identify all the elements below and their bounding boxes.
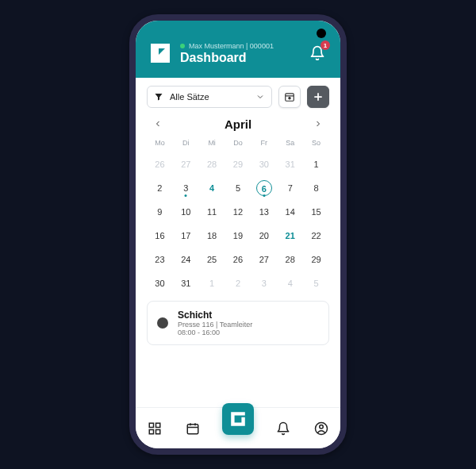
calendar-day[interactable]: 6	[251, 179, 277, 198]
app-header: Max Mustermann | 000001 Dashboard 1	[136, 21, 340, 78]
user-status-line: Max Mustermann | 000001	[180, 42, 307, 50]
nav-home-button[interactable]	[222, 403, 254, 435]
app-logo	[148, 41, 172, 65]
grid-icon	[148, 421, 162, 436]
calendar-day[interactable]: 3	[173, 179, 199, 198]
calendar-day[interactable]: 18	[199, 226, 225, 245]
app-logo-icon	[229, 410, 247, 428]
nav-alerts-button[interactable]	[274, 420, 292, 437]
calendar-day[interactable]: 4	[277, 274, 303, 293]
calendar-day[interactable]: 10	[173, 202, 199, 221]
calendar-dow: Do	[225, 136, 251, 150]
calendar-dow: Di	[173, 136, 199, 150]
calendar-day[interactable]: 28	[199, 155, 225, 174]
calendar-day[interactable]: 9	[147, 202, 173, 221]
calendar-day[interactable]: 25	[199, 250, 225, 269]
event-color-dot-icon	[157, 317, 168, 329]
calendar-day[interactable]: 29	[225, 155, 251, 174]
today-button[interactable]	[278, 86, 301, 108]
svg-rect-7	[156, 423, 160, 427]
calendar-day[interactable]: 5	[303, 274, 329, 293]
calendar-day[interactable]: 20	[251, 226, 277, 245]
event-title: Schicht	[178, 309, 252, 321]
calendar-day[interactable]: 7	[277, 179, 303, 198]
calendar-day[interactable]: 14	[277, 202, 303, 221]
calendar-day[interactable]: 30	[251, 155, 277, 174]
calendar-dow: Mo	[147, 136, 173, 150]
calendar-dow: Fr	[251, 136, 277, 150]
add-button[interactable]	[307, 86, 329, 108]
user-circle-icon	[314, 421, 328, 436]
calendar-day[interactable]: 2	[225, 274, 251, 293]
calendar-dow: Sa	[277, 136, 303, 150]
calendar-day[interactable]: 5	[225, 179, 251, 198]
nav-dashboard-button[interactable]	[146, 420, 163, 437]
calendar-day[interactable]: 28	[277, 250, 303, 269]
svg-rect-9	[156, 429, 160, 433]
svg-point-3	[289, 98, 290, 99]
status-dot-icon	[180, 44, 185, 48]
chevron-down-icon	[255, 92, 265, 102]
calendar-day[interactable]: 8	[303, 179, 329, 198]
chevron-right-icon	[313, 119, 323, 129]
page-title: Dashboard	[180, 51, 307, 65]
calendar-day[interactable]: 31	[173, 274, 199, 293]
calendar-day[interactable]: 16	[147, 226, 173, 245]
user-label: Max Mustermann | 000001	[189, 42, 274, 50]
calendar-day[interactable]: 26	[225, 250, 251, 269]
camera-cutout	[317, 29, 326, 38]
calendar-day[interactable]: 1	[303, 155, 329, 174]
calendar-day[interactable]: 15	[303, 202, 329, 221]
calendar-day[interactable]: 2	[147, 179, 173, 198]
svg-rect-10	[187, 424, 198, 433]
calendar-day[interactable]: 27	[251, 250, 277, 269]
calendar-day[interactable]: 23	[147, 250, 173, 269]
svg-point-15	[320, 425, 324, 429]
plus-icon	[313, 91, 324, 102]
calendar-today-icon	[284, 91, 295, 102]
svg-rect-8	[149, 429, 153, 433]
calendar-day[interactable]: 29	[303, 250, 329, 269]
notifications-button[interactable]: 1	[307, 43, 328, 63]
calendar-day[interactable]: 3	[251, 274, 277, 293]
calendar-day[interactable]: 13	[251, 202, 277, 221]
toolbar: Alle Sätze	[136, 78, 340, 108]
prev-month-button[interactable]	[150, 118, 166, 131]
next-month-button[interactable]	[310, 118, 326, 131]
chevron-left-icon	[153, 119, 163, 129]
event-subtitle: Presse 116 | Teamleiter	[178, 321, 252, 329]
calendar-day[interactable]: 26	[147, 155, 173, 174]
calendar-icon	[186, 421, 200, 436]
filter-label: Alle Sätze	[170, 92, 209, 102]
event-time: 08:00 - 16:00	[178, 329, 252, 336]
calendar-day[interactable]: 22	[303, 226, 329, 245]
nav-profile-button[interactable]	[313, 420, 330, 437]
calendar-dow: So	[303, 136, 329, 150]
funnel-icon	[154, 92, 163, 102]
event-card[interactable]: Schicht Presse 116 | Teamleiter 08:00 - …	[147, 301, 329, 345]
calendar-day[interactable]: 24	[173, 250, 199, 269]
phone-frame: Max Mustermann | 000001 Dashboard 1 Alle…	[129, 14, 347, 455]
calendar-day[interactable]: 1	[199, 274, 225, 293]
calendar-day[interactable]: 30	[147, 274, 173, 293]
bell-outline-icon	[276, 421, 290, 436]
calendar-grid: MoDiMiDoFrSaSo26272829303112345678910111…	[147, 136, 329, 293]
filter-dropdown[interactable]: Alle Sätze	[147, 86, 272, 108]
bottom-nav	[136, 407, 340, 448]
calendar: April MoDiMiDoFrSaSo26272829303112345678…	[136, 108, 340, 293]
calendar-dow: Mi	[199, 136, 225, 150]
calendar-day[interactable]: 21	[277, 226, 303, 245]
notification-badge: 1	[321, 40, 330, 50]
calendar-month-label: April	[225, 117, 251, 131]
svg-rect-6	[149, 423, 153, 427]
nav-calendar-button[interactable]	[184, 420, 202, 437]
calendar-day[interactable]: 4	[199, 179, 225, 198]
calendar-day[interactable]: 19	[225, 226, 251, 245]
calendar-day[interactable]: 11	[199, 202, 225, 221]
calendar-day[interactable]: 31	[277, 155, 303, 174]
calendar-day[interactable]: 17	[173, 226, 199, 245]
calendar-day[interactable]: 27	[173, 155, 199, 174]
calendar-day[interactable]: 12	[225, 202, 251, 221]
